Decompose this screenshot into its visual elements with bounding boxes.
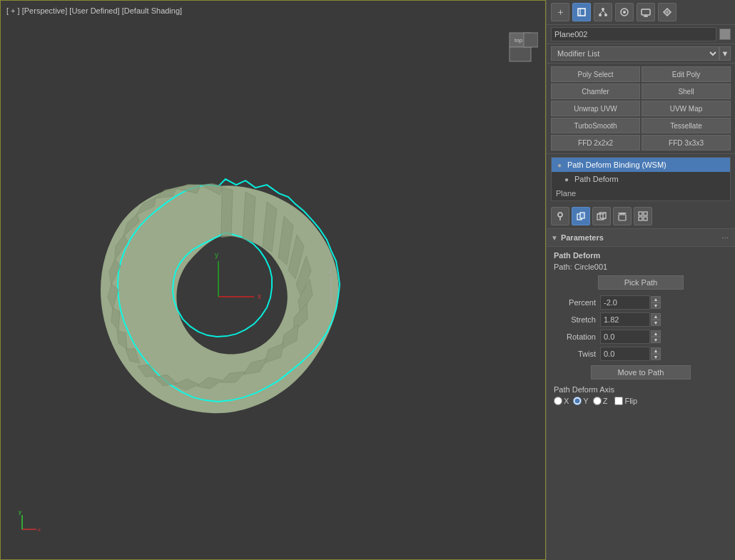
rotation-row: Rotation ▲ ▼ xyxy=(554,330,728,344)
eye-icon-path-deform[interactable]: ● xyxy=(562,174,572,184)
parameters-header[interactable]: ▼ Parameters ⋯ xyxy=(547,229,735,247)
parameters-section: ▼ Parameters ⋯ Path Deform Path: Circle0… xyxy=(547,229,735,560)
parameters-title: Parameters xyxy=(561,233,719,242)
svg-text:Z: Z xyxy=(328,268,333,275)
uvw-map-btn[interactable]: UVW Map xyxy=(642,101,731,116)
poly-select-btn[interactable]: Poly Select xyxy=(551,66,640,82)
stretch-spinners: ▲ ▼ xyxy=(651,313,661,326)
twist-label: Twist xyxy=(554,350,600,358)
utilities-tab-btn[interactable] xyxy=(658,3,676,21)
object-name-input[interactable] xyxy=(551,27,716,41)
svg-line-20 xyxy=(603,11,606,14)
viewport[interactable]: [ + ] [Perspective] [User Defined] [Defa… xyxy=(0,0,546,560)
twist-input[interactable] xyxy=(600,347,650,361)
flip-label[interactable]: Flip xyxy=(614,397,637,405)
svg-line-19 xyxy=(600,11,603,14)
edit-poly-btn[interactable]: Edit Poly xyxy=(642,66,731,82)
axis-y-label[interactable]: Y xyxy=(573,397,588,405)
eye-icon-path-deform-binding[interactable]: ● xyxy=(554,160,564,170)
rotation-input-wrap: ▲ ▼ xyxy=(600,330,728,344)
params-arrow-icon: ▼ xyxy=(551,234,558,242)
svg-rect-31 xyxy=(580,213,584,218)
axis-z-label[interactable]: Z xyxy=(593,397,608,405)
modifier-list-select[interactable]: Modifier List xyxy=(551,46,719,61)
rotation-down-btn[interactable]: ▼ xyxy=(651,337,661,343)
move-to-path-btn[interactable]: Move to Path xyxy=(591,365,691,380)
show-end-result-btn[interactable] xyxy=(572,207,590,225)
svg-rect-42 xyxy=(639,212,642,215)
percent-input-wrap: ▲ ▼ xyxy=(600,295,728,310)
percent-spinners: ▲ ▼ xyxy=(651,296,661,309)
svg-point-16 xyxy=(602,8,604,11)
make-unique-btn[interactable] xyxy=(592,207,611,225)
svg-text:top: top xyxy=(514,37,523,44)
stack-item-path-deform[interactable]: ● Path Deform xyxy=(552,172,730,186)
axis-x-radio[interactable] xyxy=(554,397,562,405)
remove-modifier-btn[interactable] xyxy=(613,207,632,225)
object-name-bar xyxy=(547,25,735,44)
svg-point-17 xyxy=(599,14,602,16)
twist-spinners: ▲ ▼ xyxy=(651,347,661,360)
twist-down-btn[interactable]: ▼ xyxy=(651,354,661,360)
svg-rect-1 xyxy=(510,47,531,61)
pin-stack-btn[interactable] xyxy=(551,207,569,225)
percent-up-btn[interactable]: ▲ xyxy=(651,296,661,302)
tessellate-btn[interactable]: Tessellate xyxy=(642,118,731,133)
chamfer-btn[interactable]: Chamfer xyxy=(551,83,640,99)
axis-section-title: Path Deform Axis xyxy=(554,385,728,394)
pick-path-btn[interactable]: Pick Path xyxy=(598,275,684,290)
rotation-up-btn[interactable]: ▲ xyxy=(651,330,661,337)
modifier-list-arrow[interactable]: ▼ xyxy=(719,46,731,61)
axis-y-radio[interactable] xyxy=(573,397,582,405)
axis-x-group: X xyxy=(554,397,569,405)
path-deform-title: Path Deform xyxy=(554,251,728,260)
axis-y-group: Y xyxy=(573,397,588,405)
rotation-input[interactable] xyxy=(600,330,650,344)
shell-btn[interactable]: Shell xyxy=(642,83,731,99)
ffd-2x2x2-btn[interactable]: FFD 2x2x2 xyxy=(551,135,640,151)
stack-item-path-deform-binding[interactable]: ● Path Deform Binding (WSM) xyxy=(552,158,730,172)
stack-item-label: Path Deform xyxy=(574,175,619,183)
axis-x-label[interactable]: X xyxy=(554,397,569,405)
configure-modifier-sets-btn[interactable] xyxy=(634,207,652,225)
twist-up-btn[interactable]: ▲ xyxy=(651,347,661,354)
axis-z-group: Z xyxy=(593,397,608,405)
motion-tab-btn[interactable] xyxy=(615,3,634,21)
rotation-label: Rotation xyxy=(554,332,600,341)
stretch-up-btn[interactable]: ▲ xyxy=(651,313,661,320)
create-tab-btn[interactable]: ＋ xyxy=(551,3,569,21)
percent-input[interactable] xyxy=(600,295,650,310)
stretch-down-btn[interactable]: ▼ xyxy=(651,320,661,326)
svg-point-18 xyxy=(604,14,607,16)
turbosmooth-btn[interactable]: TurboSmooth xyxy=(551,118,640,133)
modifier-stack: ● Path Deform Binding (WSM) ● Path Defor… xyxy=(551,157,731,201)
modify-tab-btn[interactable] xyxy=(572,3,591,21)
modifier-grid: Poly Select Edit Poly Chamfer Shell Unwr… xyxy=(547,63,735,154)
stack-item-plane[interactable]: Plane xyxy=(552,186,730,200)
nav-widget[interactable]: top xyxy=(499,29,538,68)
axis-indicator: x y xyxy=(15,508,44,538)
axis-row: X Y Z xyxy=(554,397,728,405)
object-color-swatch[interactable] xyxy=(719,29,731,40)
toolbar-row: ＋ xyxy=(547,0,735,25)
right-panel: ＋ xyxy=(546,0,735,560)
stretch-input[interactable] xyxy=(600,312,650,327)
svg-rect-43 xyxy=(644,212,647,215)
ffd-3x3x3-btn[interactable]: FFD 3x3x3 xyxy=(642,135,731,151)
svg-text:x: x xyxy=(38,526,41,533)
hierarchy-tab-btn[interactable] xyxy=(594,3,612,21)
3d-ring-object: x y Z xyxy=(69,158,368,430)
rotation-spinners: ▲ ▼ xyxy=(651,330,661,343)
percent-down-btn[interactable]: ▼ xyxy=(651,302,661,309)
stretch-row: Stretch ▲ ▼ xyxy=(554,312,728,327)
flip-checkbox[interactable] xyxy=(614,397,623,405)
axis-z-radio[interactable] xyxy=(593,397,602,405)
svg-rect-2 xyxy=(524,33,538,47)
stack-tools xyxy=(547,204,735,229)
params-menu-btn[interactable]: ⋯ xyxy=(719,232,731,243)
unwrap-uvw-btn[interactable]: Unwrap UVW xyxy=(551,101,640,116)
stack-item-label: Path Deform Binding (WSM) xyxy=(567,161,666,169)
display-tab-btn[interactable] xyxy=(637,3,655,21)
params-content: Path Deform Path: Circle001 Pick Path Pe… xyxy=(547,247,735,409)
svg-text:y: y xyxy=(215,251,218,259)
